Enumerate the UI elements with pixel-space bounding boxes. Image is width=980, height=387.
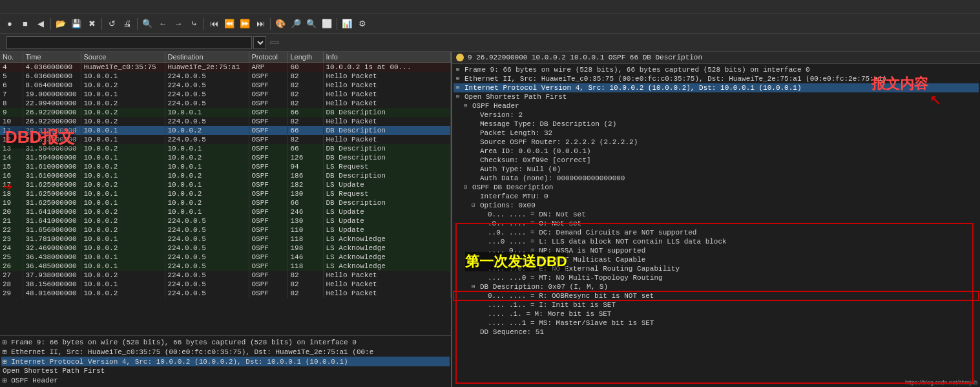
zoom-in-btn[interactable]: 🔎: [289, 17, 303, 31]
expand-icon[interactable]: ⊞: [456, 66, 463, 73]
table-row[interactable]: 2131.64100000010.0.0.2224.0.0.5OSPF130LS…: [0, 216, 451, 225]
detail-row[interactable]: .... ...1 = MS: Master/Slave bit is SET: [454, 319, 979, 328]
table-row[interactable]: 2231.65600000010.0.0.2224.0.0.5OSPF110LS…: [0, 225, 451, 235]
table-row[interactable]: 56.03600000010.0.0.1224.0.0.5OSPF82Hello…: [0, 72, 451, 81]
bottom-info-line[interactable]: ⊞ Ethernet II, Src: HuaweiTe_c0:35:75 (0…: [1, 347, 450, 357]
table-row[interactable]: 2536.43800000010.0.0.1224.0.0.5OSPF146LS…: [0, 253, 451, 262]
table-row[interactable]: 1228.31300000010.0.0.1224.0.0.5OSPF82Hel…: [0, 135, 451, 144]
packet-list[interactable]: No. Time Source Destination Protocol Len…: [0, 52, 451, 335]
prev-btn[interactable]: ⏪: [222, 17, 236, 31]
detail-row[interactable]: ⊟Options: 0x00: [454, 201, 979, 210]
expand-icon[interactable]: ⊟: [456, 93, 463, 100]
bottom-info-line[interactable]: ⊞ OSPF Header: [1, 375, 450, 385]
detail-row[interactable]: Area ID: 0.0.0.1 (0.0.0.1): [454, 147, 979, 156]
detail-row[interactable]: .0.. .... = O: Not set: [454, 219, 979, 228]
detail-row[interactable]: ⊟OSPF DB Description: [454, 183, 979, 192]
expand-icon[interactable]: ⊞: [456, 84, 463, 91]
table-row[interactable]: 1331.59400000010.0.0.210.0.0.1OSPF66DB D…: [0, 144, 451, 153]
menu-view[interactable]: [21, 6, 31, 8]
table-row[interactable]: 1931.62500000010.0.0.110.0.0.2OSPF66DB D…: [0, 198, 451, 207]
detail-row[interactable]: .... .1.. = I: Init bit is SET: [454, 300, 979, 309]
detail-row[interactable]: ⊞Ethernet II, Src: HuaweiTe_c0:35:75 (00…: [454, 74, 979, 83]
detail-row[interactable]: 0... .... = DN: Not set: [454, 210, 979, 219]
zoom-reset-btn[interactable]: ⬜: [320, 17, 334, 31]
table-row[interactable]: 68.06400000010.0.0.2224.0.0.5OSPF82Hello…: [0, 81, 451, 90]
detail-row[interactable]: ...0 .... = L: LLS data block NOT contai…: [454, 237, 979, 246]
table-row[interactable]: 1831.62500000010.0.0.110.0.0.2OSPF130LS …: [0, 189, 451, 198]
detail-row[interactable]: Auth Type: Null (0): [454, 165, 979, 174]
open-file-btn[interactable]: 📂: [54, 17, 68, 31]
table-row[interactable]: 2737.93800000010.0.0.2224.0.0.5OSPF82Hel…: [0, 271, 451, 280]
table-row[interactable]: 2432.46900000010.0.0.2224.0.0.5OSPF198LS…: [0, 244, 451, 253]
detail-row[interactable]: ⊟OSPF Header: [454, 101, 979, 110]
detail-row[interactable]: Interface MTU: 0: [454, 192, 979, 201]
menu-edit[interactable]: [10, 6, 21, 8]
bottom-info-line[interactable]: ⊞ Internet Protocol Version 4, Src: 10.0…: [1, 357, 450, 366]
menu-file[interactable]: [0, 6, 10, 8]
table-row[interactable]: 926.92200000010.0.0.210.0.0.1OSPF66DB De…: [0, 108, 451, 117]
detail-row[interactable]: Auth Data (none): 0000000000000000: [454, 174, 979, 183]
close-file-btn[interactable]: ✖: [85, 17, 99, 31]
detail-row[interactable]: .... .1. = M: More bit is SET: [454, 309, 979, 319]
bottom-info-line[interactable]: Open Shortest Path First: [1, 366, 450, 375]
packet-details[interactable]: ⊞Frame 9: 66 bytes on wire (528 bits), 6…: [452, 64, 980, 387]
table-row[interactable]: 44.036000000HuaweiTe_c0:35:75HuaweiTe_2e…: [0, 63, 451, 72]
menu-telephony[interactable]: [72, 6, 83, 8]
expand-icon[interactable]: ⊟: [464, 183, 470, 191]
forward-btn[interactable]: →: [171, 17, 185, 31]
bottom-info-line[interactable]: ⊞ Frame 9: 66 bytes on wire (528 bits), …: [1, 337, 450, 347]
detail-row[interactable]: 0... .... = R: OOBResync bit is NOT set: [454, 291, 979, 300]
menu-internals[interactable]: [93, 6, 103, 8]
filter-input[interactable]: [6, 36, 252, 49]
back-btn[interactable]: ←: [156, 17, 170, 31]
detail-row[interactable]: ⊞Internet Protocol Version 4, Src: 10.0.…: [454, 83, 979, 92]
table-row[interactable]: 1026.92200000010.0.0.2224.0.0.5OSPF82Hel…: [0, 117, 451, 126]
menu-capture[interactable]: [41, 6, 52, 8]
expand-icon[interactable]: ⊟: [472, 202, 478, 209]
menu-go[interactable]: [31, 6, 41, 8]
expression-btn[interactable]: [270, 41, 279, 44]
expand-icon[interactable]: ⊞: [456, 75, 463, 82]
save-file-btn[interactable]: 💾: [69, 17, 83, 31]
zoom-out-btn[interactable]: 🔍: [304, 17, 318, 31]
detail-row[interactable]: ⊟Open Shortest Path First: [454, 92, 979, 101]
expert-btn[interactable]: 📊: [340, 17, 354, 31]
capture-restart-btn[interactable]: ◀: [34, 17, 48, 31]
menu-statistics[interactable]: [62, 6, 72, 8]
menu-help[interactable]: [103, 6, 114, 8]
table-row[interactable]: 2948.01600000010.0.0.2224.0.0.5OSPF82Hel…: [0, 289, 451, 298]
table-row[interactable]: 2331.78100000010.0.0.1224.0.0.5OSPF118LS…: [0, 235, 451, 244]
detail-row[interactable]: Packet Length: 32: [454, 129, 979, 138]
detail-row[interactable]: .... 0... = NP: NSSA is NOT supported: [454, 246, 979, 255]
reload-btn[interactable]: ↺: [105, 17, 119, 31]
detail-row[interactable]: Source OSPF Router: 2.2.2.2 (2.2.2.2): [454, 138, 979, 147]
table-row[interactable]: 2031.64100000010.0.0.210.0.0.1OSPF246LS …: [0, 207, 451, 216]
table-row[interactable]: 2636.48500000010.0.0.1224.0.0.5OSPF118LS…: [0, 262, 451, 271]
next-btn[interactable]: ⏩: [238, 17, 252, 31]
detail-row[interactable]: ⊟DB Description: 0x07 (I, M, S): [454, 282, 979, 291]
filter-dropdown[interactable]: ▼: [253, 36, 266, 49]
detail-row[interactable]: .... ...0 = MT: NO Multi-Topology Routin…: [454, 273, 979, 282]
capture-start-btn[interactable]: ●: [3, 17, 17, 31]
detail-row[interactable]: DD Sequence: 51: [454, 328, 979, 337]
expand-icon[interactable]: ⊟: [464, 102, 470, 109]
detail-row[interactable]: Checksum: 0xf99e [correct]: [454, 156, 979, 165]
settings-btn[interactable]: ⚙: [355, 17, 370, 31]
expand-icon[interactable]: ⊟: [472, 283, 478, 290]
colorize-btn[interactable]: 🎨: [273, 17, 287, 31]
table-row[interactable]: 822.09400000010.0.0.2224.0.0.5OSPF82Hell…: [0, 99, 451, 108]
table-row[interactable]: 1128.31300000010.0.0.110.0.0.2OSPF66DB D…: [0, 126, 451, 135]
detail-row[interactable]: ⊞Frame 9: 66 bytes on wire (528 bits), 6…: [454, 65, 979, 74]
table-row[interactable]: 1631.61000000010.0.0.110.0.0.2OSPF186DB …: [0, 171, 451, 180]
first-btn[interactable]: ⏮: [207, 17, 221, 31]
table-row[interactable]: 1431.59400000010.0.0.110.0.0.2OSPF126DB …: [0, 153, 451, 162]
table-row[interactable]: 1531.61000000010.0.0.210.0.0.1OSPF94LS R…: [0, 162, 451, 171]
table-row[interactable]: 2838.15600000010.0.0.1224.0.0.5OSPF82Hel…: [0, 280, 451, 289]
find-btn[interactable]: 🔍: [140, 17, 154, 31]
menu-tools[interactable]: [83, 6, 93, 8]
detail-row[interactable]: .... ..0. = E: NO External Routing Capab…: [454, 264, 979, 273]
menu-analyze[interactable]: [52, 6, 62, 8]
capture-stop-btn[interactable]: ■: [18, 17, 32, 31]
last-btn[interactable]: ⏭: [253, 17, 267, 31]
goto-btn[interactable]: ⤷: [187, 17, 201, 31]
